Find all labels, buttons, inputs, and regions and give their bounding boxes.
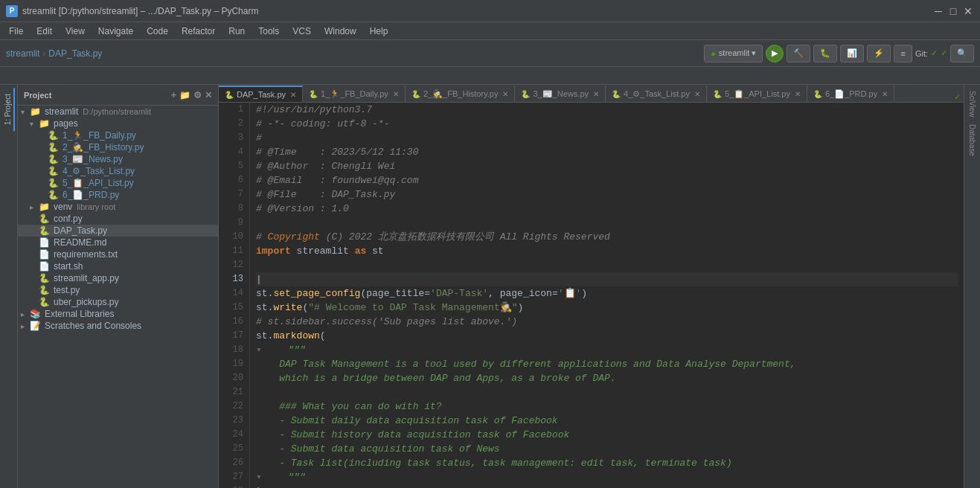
menu-item-edit[interactable]: Edit	[31, 25, 58, 38]
window-title: streamlit [D:/python/streamlit] – .../DA…	[22, 6, 258, 16]
tree-requirements[interactable]: ▸ 📄 requirements.txt	[18, 248, 218, 260]
code-line-12	[256, 258, 958, 272]
tab-fb-history[interactable]: 🐍 2_🕵_FB_History.py ✕	[406, 86, 516, 102]
project-tab[interactable]: 1: Project	[2, 88, 15, 131]
code-line-14: st.set_page_config(page_title='DAP-Task'…	[256, 286, 958, 301]
menu-item-view[interactable]: View	[60, 25, 91, 38]
menu-item-navigate[interactable]: Navigate	[92, 25, 139, 38]
title-bar: P streamlit [D:/python/streamlit] – .../…	[0, 0, 980, 22]
code-content[interactable]: 1 2 3 4 5 6 7 8 9 10 11 12 13 14 15 16 1…	[219, 103, 964, 488]
code-line-25: - Submit data acquisition task of News	[256, 442, 958, 456]
tab-dap-task[interactable]: 🐍 DAP_Task.py ✕	[219, 86, 303, 102]
code-line-17: st.markdown(	[256, 329, 958, 343]
tab-api-list[interactable]: 🐍 5_📋_API_List.py ✕	[707, 86, 807, 102]
debug-button[interactable]: 🐛	[813, 45, 837, 62]
code-line-24: - Submit history data acquisition task o…	[256, 428, 958, 442]
code-line-16: # st.sidebar.success('Sub pages list abo…	[256, 315, 958, 329]
source-code[interactable]: #!/usr/bin/python3.7 # -*- coding: utf-8…	[250, 103, 964, 488]
build-button[interactable]: 🔨	[787, 45, 810, 62]
menu-item-run[interactable]: Run	[222, 25, 251, 38]
code-line-15: st.write("# Welcome to DAP Task Manageme…	[256, 301, 958, 315]
tree-uber[interactable]: ▸ 🐍 uber_pickups.py	[18, 296, 218, 308]
tab-bar	[0, 67, 980, 85]
tree-start[interactable]: ▸ 📄 start.sh	[18, 260, 218, 272]
tree-root-streamlit[interactable]: ▾ 📁 streamlit D:/python/streamlit	[18, 106, 218, 118]
code-editor: 🐍 DAP_Task.py ✕ 🐍 1_🏃_FB_Daily.py ✕ 🐍 2_…	[219, 85, 964, 488]
coverage-button[interactable]: 📊	[840, 45, 864, 62]
git-info: Git: ✓ ✓	[915, 48, 947, 58]
profile-run-button[interactable]: ⚡	[867, 45, 891, 62]
toolbar: streamlit › DAP_Task.py ● streamlit ▾ ▶ …	[0, 40, 980, 67]
minimize-button[interactable]: ─	[932, 6, 944, 16]
code-line-18: ▾ """	[256, 343, 958, 357]
tab-close-icon[interactable]: ✕	[290, 91, 296, 99]
code-line-7: # @File : DAP_Task.py	[256, 187, 958, 202]
tab-news[interactable]: 🐍 3_📰_News.py ✕	[515, 86, 606, 102]
run-button[interactable]: ▶	[766, 45, 784, 62]
tab-close-4-icon[interactable]: ✕	[593, 90, 599, 98]
tab-task-list[interactable]: 🐍 4_⚙_Task_List.py ✕	[606, 86, 707, 102]
tree-news[interactable]: ▸ 🐍 3_📰_News.py	[18, 153, 218, 165]
tab-close-5-icon[interactable]: ✕	[694, 90, 700, 98]
tree-pages-folder[interactable]: ▾ 📁 pages	[18, 118, 218, 129]
tab-close-3-icon[interactable]: ✕	[502, 90, 508, 98]
tree-streamlit-app[interactable]: ▸ 🐍 streamlit_app.py	[18, 272, 218, 284]
code-line-21	[256, 385, 958, 399]
profile-button[interactable]: ● streamlit ▾	[704, 45, 763, 62]
menu-item-file[interactable]: File	[3, 25, 29, 38]
menu-item-refactor[interactable]: Refactor	[176, 25, 221, 38]
code-line-5: # @Author : Chengli Wei	[256, 159, 958, 173]
close-sidebar-icon[interactable]: ✕	[205, 90, 212, 100]
tree-scratches[interactable]: ▸ 📝 Scratches and Consoles	[18, 320, 218, 332]
menu-item-help[interactable]: Help	[364, 25, 394, 38]
database-button[interactable]: Database	[967, 121, 978, 159]
menu-item-vcs[interactable]: VCS	[286, 25, 317, 38]
code-line-13: |	[256, 272, 958, 286]
new-folder-icon[interactable]: 📁	[179, 90, 190, 100]
tree-test[interactable]: ▸ 🐍 test.py	[18, 284, 218, 296]
sidebar-title: Project	[24, 91, 51, 100]
sidebar-header: Project + 📁 ⚙ ✕	[18, 85, 218, 106]
tab-close-6-icon[interactable]: ✕	[795, 90, 801, 98]
menu-bar: FileEditViewNavigateCodeRefactorRunTools…	[0, 22, 980, 40]
tab-close-7-icon[interactable]: ✕	[882, 90, 888, 98]
breadcrumb-file[interactable]: DAP_Task.py	[48, 48, 102, 59]
code-line-3: #	[256, 131, 958, 145]
settings-button[interactable]: ≡	[894, 45, 912, 62]
code-line-28: )	[256, 484, 958, 488]
close-button[interactable]: ✕	[962, 6, 974, 16]
tree-prd[interactable]: ▸ 🐍 6_📄_PRD.py	[18, 189, 218, 201]
menu-item-window[interactable]: Window	[318, 25, 362, 38]
line-numbers: 1 2 3 4 5 6 7 8 9 10 11 12 13 14 15 16 1…	[219, 103, 250, 488]
tree-fb-daily[interactable]: ▸ 🐍 1_🏃_FB_Daily.py	[18, 129, 218, 141]
menu-item-tools[interactable]: Tools	[252, 25, 285, 38]
code-line-19: DAP Task Management is a tool used by di…	[256, 357, 958, 371]
tab-close-2-icon[interactable]: ✕	[393, 90, 399, 98]
breadcrumb-project[interactable]: streamlit	[6, 48, 39, 59]
code-line-4: # @Time : 2023/5/12 11:30	[256, 145, 958, 159]
tree-task-list[interactable]: ▸ 🐍 4_⚙_Task_List.py	[18, 165, 218, 177]
tree-venv[interactable]: ▸ 📁 venv library root	[18, 201, 218, 213]
settings-icon[interactable]: ⚙	[193, 90, 202, 100]
tree-dap-task[interactable]: ▸ 🐍 DAP_Task.py	[18, 225, 218, 237]
right-panel: SciView Database	[964, 85, 980, 488]
code-line-6: # @Email : foundwei@qq.com	[256, 173, 958, 187]
maximize-button[interactable]: □	[947, 6, 959, 16]
code-line-27: ▾ """	[256, 470, 958, 484]
search-button[interactable]: 🔍	[950, 45, 974, 62]
tab-fb-daily[interactable]: 🐍 1_🏃_FB_Daily.py ✕	[303, 86, 406, 102]
tree-api-list[interactable]: ▸ 🐍 5_📋_API_List.py	[18, 177, 218, 189]
code-line-20: which is a bridge between DAP and Apps, …	[256, 371, 958, 385]
code-line-11: import streamlit as st	[256, 244, 958, 258]
sciview-button[interactable]: SciView	[967, 88, 978, 120]
tree-external-libs[interactable]: ▸ 📚 External Libraries	[18, 308, 218, 320]
tree-readme[interactable]: ▸ 📄 README.md	[18, 237, 218, 248]
tree-conf[interactable]: ▸ 🐍 conf.py	[18, 213, 218, 225]
menu-item-code[interactable]: Code	[141, 25, 174, 38]
code-line-2: # -*- coding: utf-8 -*-	[256, 117, 958, 131]
tab-prd[interactable]: 🐍 6_📄_PRD.py ✕	[807, 86, 894, 102]
code-line-26: - Task list(including task status, task …	[256, 456, 958, 470]
code-line-22: ### What you can do with it?	[256, 399, 958, 414]
tree-fb-history[interactable]: ▸ 🐍 2_🕵_FB_History.py	[18, 141, 218, 153]
new-file-icon[interactable]: +	[171, 90, 176, 100]
